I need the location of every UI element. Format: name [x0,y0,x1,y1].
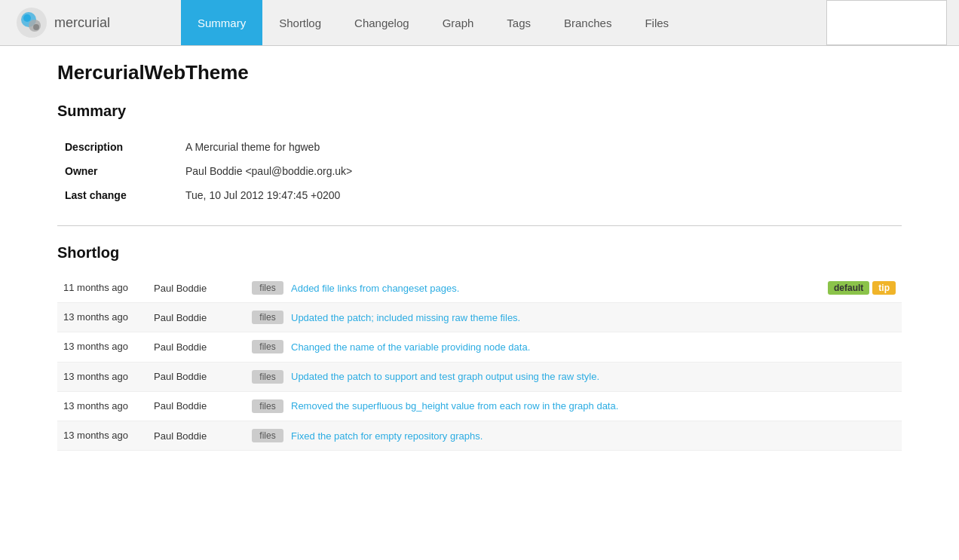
shortlog-description[interactable]: Added file links from changeset pages. [291,283,820,294]
shortlog-age: 13 months ago [63,429,154,442]
shortlog-row: 13 months agoPaul BoddiefilesFixed the p… [57,421,902,451]
shortlog-tags: defaulttip [828,281,896,295]
logo-text: mercurial [54,15,110,31]
files-button[interactable]: files [252,370,283,384]
nav: Summary Shortlog Changelog Graph Tags Br… [181,0,959,45]
shortlog-description[interactable]: Updated the patch to support and test gr… [291,371,896,382]
summary-section: Summary Description A Mercurial theme fo… [57,103,902,207]
shortlog-age: 13 months ago [63,370,154,384]
shortlog-description[interactable]: Updated the patch; included missing raw … [291,312,896,323]
nav-item-tags[interactable]: Tags [490,0,547,45]
summary-description-row: Description A Mercurial theme for hgweb [57,135,902,159]
repo-title: MercurialWebTheme [57,61,902,84]
shortlog-row: 13 months agoPaul BoddiefilesUpdated the… [57,363,902,392]
owner-value: Paul Boddie <paul@boddie.org.uk> [178,159,902,183]
shortlog-row: 13 months agoPaul BoddiefilesChanged the… [57,332,902,362]
shortlog-description[interactable]: Removed the superfluous bg_height value … [291,400,896,412]
summary-heading: Summary [57,103,902,120]
shortlog-author: Paul Boddie [154,312,252,323]
nav-item-shortlog[interactable]: Shortlog [262,0,338,45]
shortlog-row: 11 months agoPaul BoddiefilesAdded file … [57,274,902,303]
header: mercurial Summary Shortlog Changelog Gra… [0,0,959,46]
main-content: MercurialWebTheme Summary Description A … [35,46,924,466]
mercurial-logo-icon [15,6,48,39]
svg-point-4 [33,24,39,30]
shortlog-author: Paul Boddie [154,283,252,294]
shortlog-age: 11 months ago [63,281,154,295]
description-value: A Mercurial theme for hgweb [178,135,902,159]
summary-lastchange-row: Last change Tue, 10 Jul 2012 19:47:45 +0… [57,183,902,207]
shortlog-author: Paul Boddie [154,341,252,353]
last-change-label: Last change [57,183,178,207]
section-divider [57,225,902,226]
shortlog-description[interactable]: Changed the name of the variable providi… [291,341,896,353]
svg-point-3 [23,14,31,22]
summary-owner-row: Owner Paul Boddie <paul@boddie.org.uk> [57,159,902,183]
shortlog-author: Paul Boddie [154,400,252,412]
shortlog-age: 13 months ago [63,311,154,324]
logo-area: mercurial [0,6,181,39]
files-button[interactable]: files [252,429,283,442]
nav-item-summary[interactable]: Summary [181,0,262,45]
shortlog-author: Paul Boddie [154,430,252,442]
shortlog-list: 11 months agoPaul BoddiefilesAdded file … [57,274,902,451]
shortlog-age: 13 months ago [63,340,154,353]
files-button[interactable]: files [252,340,283,353]
description-label: Description [57,135,178,159]
tag-badge-tip[interactable]: tip [872,281,896,295]
shortlog-heading: Shortlog [57,244,902,262]
nav-item-changelog[interactable]: Changelog [338,0,426,45]
files-button[interactable]: files [252,399,283,413]
tag-badge-default[interactable]: default [828,281,869,295]
shortlog-row: 13 months agoPaul BoddiefilesRemoved the… [57,392,902,421]
shortlog-age: 13 months ago [63,399,154,413]
nav-item-graph[interactable]: Graph [426,0,491,45]
shortlog-author: Paul Boddie [154,371,252,382]
files-button[interactable]: files [252,281,283,295]
nav-item-branches[interactable]: Branches [547,0,628,45]
summary-table: Description A Mercurial theme for hgweb … [57,135,902,207]
search-input[interactable] [826,0,947,45]
nav-item-files[interactable]: Files [628,0,685,45]
shortlog-section: Shortlog 11 months agoPaul BoddiefilesAd… [57,244,902,451]
last-change-value: Tue, 10 Jul 2012 19:47:45 +0200 [178,183,902,207]
shortlog-row: 13 months agoPaul BoddiefilesUpdated the… [57,303,902,332]
owner-label: Owner [57,159,178,183]
files-button[interactable]: files [252,311,283,324]
shortlog-description[interactable]: Fixed the patch for empty repository gra… [291,430,896,442]
